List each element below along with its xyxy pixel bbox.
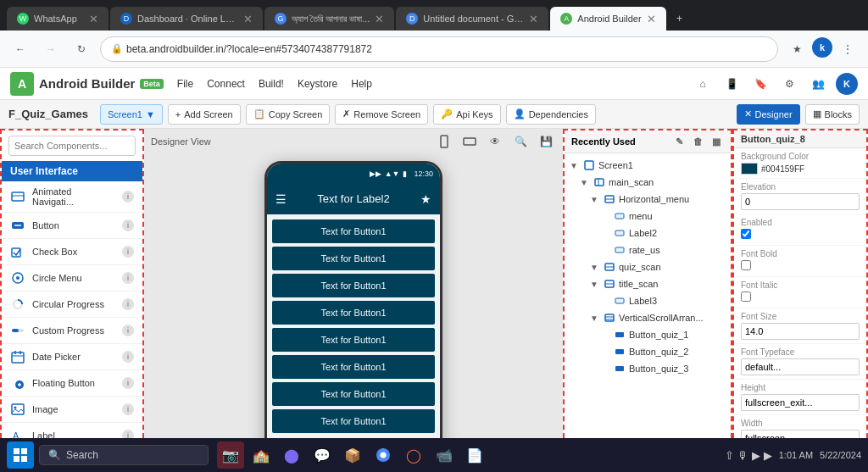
phone-btn-0[interactable]: Text for Button1 xyxy=(272,219,435,243)
elevation-input[interactable] xyxy=(741,193,860,210)
visibility-icon[interactable]: 👁 xyxy=(485,131,505,152)
api-keys-button[interactable]: 🔑 Api Keys xyxy=(433,104,500,125)
mobile-icon[interactable]: 📱 xyxy=(721,73,743,95)
tree-node-quiz-scan[interactable]: ▼ quiz_scan xyxy=(565,258,731,275)
tree-node-title-scan[interactable]: ▼ title_scan xyxy=(565,275,731,292)
comp-item-custom-progress[interactable]: Custom Progress i xyxy=(2,318,142,344)
settings-icon[interactable]: ⚙ xyxy=(778,73,800,95)
add-screen-button[interactable]: + Add Screen xyxy=(168,104,241,125)
tab-android-builder[interactable]: A Android Builder ✕ xyxy=(550,7,665,31)
url-bar[interactable]: 🔒 beta.androidbuilder.in/?locale=en#5734… xyxy=(100,36,778,62)
tree-node-button-quiz-3[interactable]: ▼ Button_quiz_3 xyxy=(565,360,731,377)
tree-node-label3[interactable]: ▼ Label3 xyxy=(565,292,731,309)
tree-node-rate-us[interactable]: ▼ rate_us xyxy=(565,242,731,258)
tree-node-screen1[interactable]: ▼ Screen1 xyxy=(565,157,731,174)
menu-help[interactable]: Help xyxy=(351,75,372,93)
tree-node-menu[interactable]: ▼ menu xyxy=(565,208,731,225)
phone-btn-4[interactable]: Text for Button1 xyxy=(272,328,435,352)
new-tab-button[interactable]: + xyxy=(668,7,692,31)
start-button[interactable] xyxy=(7,441,34,469)
search-components-input[interactable] xyxy=(8,136,136,156)
remove-screen-button[interactable]: ✗ Remove Screen xyxy=(335,104,428,125)
taskbar-app-5[interactable]: 📦 xyxy=(339,441,366,469)
font-size-input[interactable] xyxy=(741,323,860,340)
comp-item-image[interactable]: Image i xyxy=(2,397,142,423)
phone-btn-5[interactable]: Text for Button1 xyxy=(272,355,435,379)
taskbar-search[interactable]: 🔍 Search xyxy=(39,445,209,465)
menu-keystore[interactable]: Keystore xyxy=(298,75,337,93)
comp-item-fab[interactable]: Floating Button i xyxy=(2,370,142,397)
blocks-view-button[interactable]: ▦ Blocks xyxy=(805,104,860,125)
taskbar-app-2[interactable]: 🏫 xyxy=(248,441,275,469)
comp-info-icon[interactable]: i xyxy=(122,191,134,203)
tab-close-icon[interactable]: ✕ xyxy=(647,13,656,25)
font-typeface-input[interactable] xyxy=(741,358,860,375)
tab-bengali[interactable]: G অ্যাপ তৈরি আপনার ভাষা... ✕ xyxy=(264,7,394,31)
tree-delete-icon[interactable]: 🗑 xyxy=(690,134,705,149)
phone-btn-6[interactable]: Text for Button1 xyxy=(272,382,435,406)
expand-icon[interactable]: ▼ xyxy=(588,261,600,273)
profile-icon[interactable]: k xyxy=(812,37,832,58)
copy-screen-button[interactable]: 📋 Copy Screen xyxy=(246,104,331,125)
tray-icon-2[interactable]: 🎙 xyxy=(737,449,748,462)
screen-selector[interactable]: Screen1 ▼ xyxy=(100,104,163,125)
expand-icon[interactable]: ▼ xyxy=(588,312,600,324)
tree-node-horizontal-menu[interactable]: ▼ Horizontal_menu xyxy=(565,191,731,208)
back-button[interactable]: ← xyxy=(8,37,32,61)
dependencies-button[interactable]: 👤 Dependencies xyxy=(506,104,596,125)
tab-dashboard[interactable]: D Dashboard · Online Lear... ✕ xyxy=(110,7,263,31)
tray-icon-4[interactable]: ▶ xyxy=(764,449,772,462)
tab-close-icon[interactable]: ✕ xyxy=(529,13,538,25)
tree-node-button-quiz-2[interactable]: ▼ Button_quiz_2 xyxy=(565,343,731,360)
tree-node-label2[interactable]: ▼ Label2 xyxy=(565,225,731,242)
tab-close-icon[interactable]: ✕ xyxy=(243,13,253,25)
reload-button[interactable]: ↻ xyxy=(70,37,93,61)
phone-btn-1[interactable]: Text for Button1 xyxy=(272,247,435,270)
comp-item-animated-nav[interactable]: Animated Navigati... i xyxy=(2,181,142,213)
save-icon[interactable]: 💾 xyxy=(536,131,556,152)
comp-item-date-picker[interactable]: Date Picker i xyxy=(2,344,142,370)
comp-info-icon[interactable]: i xyxy=(122,272,134,284)
tree-edit-icon[interactable]: ✎ xyxy=(671,134,687,149)
tree-expand-icon[interactable]: ▦ xyxy=(709,134,724,149)
taskbar-app-1[interactable]: 📷 xyxy=(217,441,244,469)
taskbar-app-9[interactable]: 📄 xyxy=(461,441,488,469)
tab-whatsapp[interactable]: W WhatsApp ✕ xyxy=(7,7,108,31)
taskbar-app-4[interactable]: 💬 xyxy=(309,441,336,469)
tree-node-vertical-scroll[interactable]: ▼ VerticalScrollArran... xyxy=(565,309,731,326)
menu-build[interactable]: Build! xyxy=(259,75,284,93)
taskbar-chrome-icon[interactable] xyxy=(370,441,397,469)
tab-close-icon[interactable]: ✕ xyxy=(89,13,98,25)
comp-info-icon[interactable]: i xyxy=(122,219,134,231)
comp-item-button[interactable]: Button i xyxy=(2,213,142,239)
comp-info-icon[interactable]: i xyxy=(122,351,134,363)
comp-info-icon[interactable]: i xyxy=(122,377,134,389)
font-bold-checkbox[interactable] xyxy=(741,260,751,270)
height-input[interactable] xyxy=(741,394,860,411)
expand-icon[interactable]: ▼ xyxy=(588,193,600,205)
comp-info-icon[interactable]: i xyxy=(122,403,134,415)
expand-icon[interactable]: ▼ xyxy=(588,278,600,290)
comp-info-icon[interactable]: i xyxy=(122,298,134,310)
font-italic-checkbox[interactable] xyxy=(741,292,751,302)
phone-landscape-icon[interactable] xyxy=(459,131,480,152)
comp-info-icon[interactable]: i xyxy=(122,246,134,258)
comp-item-checkbox[interactable]: Check Box i xyxy=(2,239,142,265)
tab-gdoc[interactable]: D Untitled document - Go... ✕ xyxy=(396,7,548,31)
expand-icon[interactable]: ▼ xyxy=(568,159,580,171)
forward-button[interactable]: → xyxy=(39,37,63,61)
tree-node-main-scan[interactable]: ▼ main_scan xyxy=(565,174,731,191)
enabled-checkbox[interactable] xyxy=(741,229,751,239)
comp-item-circular-progress[interactable]: Circular Progress i xyxy=(2,292,142,318)
bookmark-icon[interactable]: 🔖 xyxy=(749,73,771,95)
comp-item-circle-menu[interactable]: Circle Menu i xyxy=(2,265,142,292)
tree-node-button-quiz-1[interactable]: ▼ Button_quiz_1 xyxy=(565,326,731,343)
color-swatch[interactable] xyxy=(741,163,758,175)
taskbar-app-3[interactable]: ⬤ xyxy=(278,441,305,469)
taskbar-app-8[interactable]: 📹 xyxy=(431,441,458,469)
phone-portrait-icon[interactable] xyxy=(434,131,454,152)
users-icon[interactable]: 👥 xyxy=(807,73,829,95)
tray-icon-1[interactable]: ⇧ xyxy=(725,449,734,462)
comp-info-icon[interactable]: i xyxy=(122,325,134,336)
home-icon[interactable]: ⌂ xyxy=(692,73,714,95)
